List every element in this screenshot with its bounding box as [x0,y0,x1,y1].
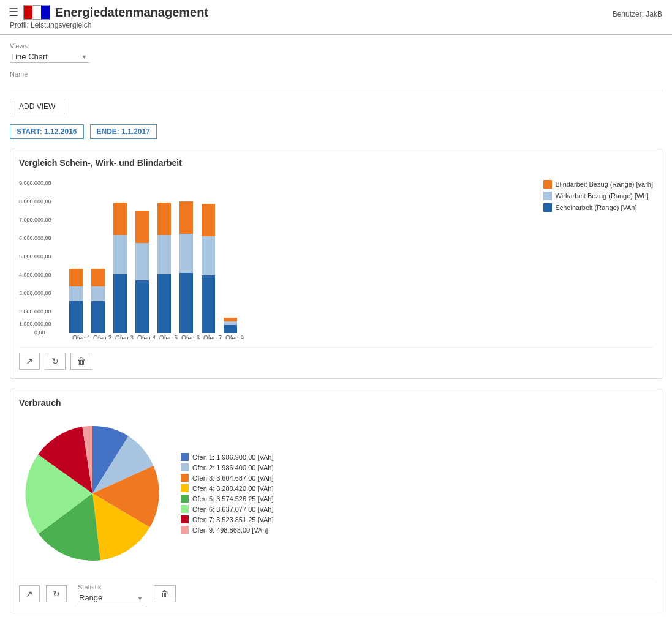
pie-legend-label-6: Ofen 7: 3.523.851,25 [VAh] [192,516,274,523]
bar-ofen6-blind [179,201,193,234]
pie-legend-color-5 [181,505,189,513]
start-date-button[interactable]: START: 1.12.2016 [10,124,84,139]
end-date-button[interactable]: ENDE: 1.1.2017 [90,124,157,139]
y-label-3: 7.000.000,00 [19,217,51,223]
bar-ofen2-wirk [91,286,105,301]
bar-ofen6-wirk [179,234,193,273]
pie-legend-label-5: Ofen 6: 3.637.077,00 [VAh] [192,506,274,513]
bar-ofen2-blind [91,269,105,286]
bar-chart-card: Vergleich Schein-, Wirk- und Blindarbeit… [10,149,662,379]
pie-legend-label-4: Ofen 5: 3.574.526,25 [VAh] [192,495,274,503]
pie-legend-item-7: Ofen 9: 498.868,00 [VAh] [181,526,274,534]
x-label-6: Ofen 6 [181,335,200,339]
pie-legend-color-7 [181,526,189,534]
statistics-select[interactable]: Range Sum Average [78,592,145,604]
pie-legend-label-1: Ofen 2: 1.986.400,00 [VAh] [192,464,274,471]
bar-ofen5-wirk [157,235,171,274]
pie-legend-item-6: Ofen 7: 3.523.851,25 [VAh] [181,515,274,523]
bar-ofen1-wirk [69,286,83,301]
legend-item-schein: Scheinarbeit (Range) [VAh] [543,203,653,212]
pie-chart-refresh-button[interactable]: ↻ [46,585,67,602]
pie-legend-color-4 [181,495,189,503]
pie-chart-delete-button[interactable]: 🗑 [154,585,176,602]
y-label-7: 3.000.000,00 [19,290,51,296]
legend-label-schein: Scheinarbeit (Range) [VAh] [555,204,636,211]
x-label-7: Ofen 7 [203,335,222,339]
pie-legend-item-5: Ofen 6: 3.637.077,00 [VAh] [181,505,274,513]
bar-ofen4-wirk [135,243,149,280]
legend-color-schein [543,203,552,212]
x-label-3: Ofen 3 [115,335,134,339]
bar-ofen9-schein [224,325,237,333]
x-label-1: Ofen 1 [72,335,91,339]
pie-legend-color-0 [181,453,189,461]
views-label: Views [10,42,662,50]
legend-color-blind [543,180,552,189]
statistics-wrapper: Statistik Range Sum Average [78,583,145,604]
pie-chart-title: Verbrauch [19,398,653,408]
y-label-6: 4.000.000,00 [19,272,51,278]
pie-chart-legend: Ofen 1: 1.986.900,00 [VAh] Ofen 2: 1.986… [181,453,274,534]
logo [23,5,50,20]
bar-chart-legend: Blindarbeit Bezug (Range) [varh] Wirkarb… [543,174,653,341]
legend-item-blind: Blindarbeit Bezug (Range) [varh] [543,180,653,189]
bar-ofen5-blind [157,203,171,235]
bar-chart-delete-button[interactable]: 🗑 [70,353,92,370]
pie-legend-label-0: Ofen 1: 1.986.900,00 [VAh] [192,454,274,461]
legend-label-blind: Blindarbeit Bezug (Range) [varh] [555,181,653,188]
pie-legend-item-0: Ofen 1: 1.986.900,00 [VAh] [181,453,274,461]
bar-ofen9-blind [224,318,237,321]
pie-legend-color-6 [181,515,189,523]
add-view-button[interactable]: ADD VIEW [10,99,64,114]
app-title: Energiedatenmanagement [55,6,208,20]
y-label-1: 9.000.000,00 [19,180,51,186]
bar-ofen6-schein [179,273,193,333]
legend-label-wirk: Wirkarbeit Bezug (Range) [Wh] [555,192,648,200]
bar-ofen1-schein [69,301,83,333]
pie-chart-trend-button[interactable]: ↗ [19,585,40,602]
pie-legend-color-1 [181,463,189,471]
legend-color-wirk [543,192,552,200]
pie-legend-label-3: Ofen 4: 3.288.420,00 [VAh] [192,485,274,492]
bar-chart-actions: ↗ ↻ 🗑 [19,347,653,370]
pie-legend-color-2 [181,474,189,482]
pie-legend-color-3 [181,484,189,492]
bar-chart-refresh-button[interactable]: ↻ [45,353,66,370]
y-label-9: 1.000.000,00 [19,321,51,327]
bar-chart-title: Vergleich Schein-, Wirk- und Blindarbeit [19,158,653,168]
x-label-2: Ofen 2 [93,335,111,339]
pie-chart-actions-row: ↗ ↻ Statistik Range Sum Average 🗑 [19,578,653,604]
bar-chart-trend-button[interactable]: ↗ [19,353,40,370]
bar-ofen2-schein [91,301,105,333]
x-label-9: Ofen 9 [225,335,244,339]
bar-ofen5-schein [157,274,171,333]
views-section: Views Line Chart Bar Chart Pie Chart [10,42,662,63]
bar-ofen3-blind [113,203,127,235]
legend-item-wirk: Wirkarbeit Bezug (Range) [Wh] [543,192,653,200]
y-label-8: 2.000.000,00 [19,309,51,315]
x-label-4: Ofen 4 [137,335,156,339]
bar-chart-svg: 9.000.000,00 8.000.000,00 7.000.000,00 6… [19,174,276,339]
bar-ofen4-blind [135,211,149,243]
y-label-0: 0,00 [34,329,45,335]
bar-ofen4-schein [135,280,149,333]
bar-ofen7-wirk [202,236,215,275]
pie-legend-item-2: Ofen 3: 3.604.687,00 [VAh] [181,474,274,482]
pie-chart-svg [19,420,166,567]
user-label: Benutzer: JakB [613,10,662,18]
y-label-2: 8.000.000,00 [19,198,51,204]
name-input[interactable] [10,79,662,91]
bar-ofen3-schein [113,274,127,333]
bar-ofen3-wirk [113,235,127,274]
pie-legend-label-2: Ofen 3: 3.604.687,00 [VAh] [192,474,274,482]
y-label-4: 6.000.000,00 [19,235,51,241]
menu-icon[interactable]: ☰ [9,6,18,19]
bar-ofen9-wirk [224,321,237,325]
x-label-5: Ofen 5 [159,335,178,339]
views-select[interactable]: Line Chart Bar Chart Pie Chart [10,51,89,63]
bar-ofen1-blind [69,269,83,286]
pie-legend-item-3: Ofen 4: 3.288.420,00 [VAh] [181,484,274,492]
pie-chart-card: Verbrauch [10,389,662,613]
name-label: Name [10,70,662,78]
pie-legend-item-1: Ofen 2: 1.986.400,00 [VAh] [181,463,274,471]
